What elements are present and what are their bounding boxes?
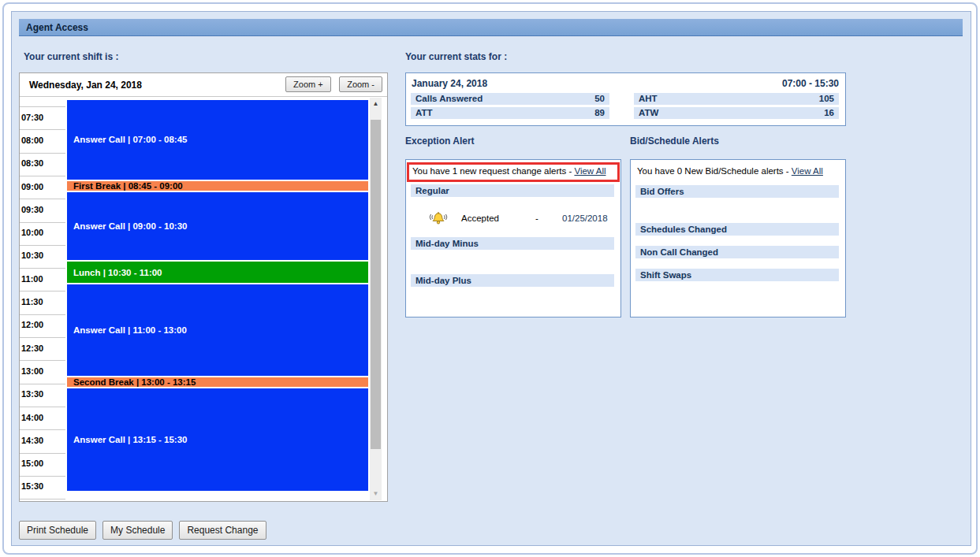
exception-alert-message: You have 1 new request change alerts - V… (407, 162, 620, 182)
time-label: 11:00 (21, 274, 64, 284)
stat-row: AHT105 (634, 93, 839, 105)
schedule-block-answer-call[interactable]: Answer Call | 07:00 - 08:45 (67, 100, 368, 180)
exception-section-regular: Regular (411, 184, 614, 197)
stats-rows: Calls Answered50ATT89AHT105ATW16 (406, 93, 845, 121)
time-label: 10:00 (21, 228, 64, 237)
zoom-out-button[interactable]: Zoom - (339, 76, 382, 92)
time-label: 15:00 (21, 459, 64, 468)
schedule-block-lunch[interactable]: Lunch | 10:30 - 11:00 (67, 262, 368, 283)
stats-column: AHT105ATW16 (634, 93, 839, 121)
time-gridline (20, 291, 65, 291)
schedule-grid: 07:3008:0008:3009:0009:3010:0010:3011:00… (20, 97, 387, 501)
bid-alert-text: You have 0 New Bid/Schedule alerts - (637, 166, 792, 176)
schedule-block-answer-call[interactable]: Answer Call | 09:00 - 10:30 (67, 192, 368, 260)
bid-section-schedules-changed: Schedules Changed (635, 223, 839, 236)
time-label: 09:00 (21, 182, 64, 191)
time-gridline (20, 429, 65, 430)
stat-value: 16 (824, 107, 834, 119)
exception-view-all-link[interactable]: View All (574, 166, 606, 176)
my-schedule-button[interactable]: My Schedule (102, 521, 173, 540)
time-label: 14:30 (21, 436, 64, 445)
zoom-in-button[interactable]: Zoom + (285, 76, 331, 92)
time-label: 12:00 (21, 320, 64, 329)
time-gridline (20, 314, 65, 315)
time-gridline (20, 129, 65, 130)
exception-alert-card: You have 1 new request change alerts - V… (405, 159, 621, 317)
footer-buttons: Print ScheduleMy ScheduleRequest Change (19, 521, 273, 540)
window-frame: Agent Access Your current shift is : Wed… (2, 2, 978, 555)
schedule-block-first-break[interactable]: First Break | 08:45 - 09:00 (67, 181, 368, 191)
time-label: 14:00 (21, 413, 64, 422)
schedule-header: Wednesday, Jan 24, 2018 Zoom + Zoom - (20, 73, 387, 97)
time-gridline (20, 453, 65, 454)
time-gridline (20, 106, 65, 107)
time-label: 08:30 (21, 158, 64, 168)
request-change-button[interactable]: Request Change (179, 521, 266, 540)
schedule-scrollbar[interactable]: ▲ ▼ (370, 98, 382, 500)
stat-value: 50 (594, 93, 605, 105)
time-gridline (20, 268, 65, 269)
alert-item-status: Accepted (461, 214, 529, 223)
exception-alert-item[interactable]: Accepted-01/25/2018 (406, 209, 620, 228)
stat-label: AHT (639, 93, 658, 105)
schedule-block-second-break[interactable]: Second Break | 13:00 - 13:15 (67, 377, 368, 388)
stats-column: Calls Answered50ATT89 (411, 93, 609, 121)
scroll-down-icon[interactable]: ▼ (370, 488, 382, 500)
time-gridline (20, 499, 65, 499)
stat-label: Calls Answered (415, 93, 483, 105)
time-gridline (20, 153, 65, 154)
bid-alerts-card: You have 0 New Bid/Schedule alerts - Vie… (630, 159, 846, 317)
scroll-up-icon[interactable]: ▲ (370, 98, 382, 110)
time-label: 08:00 (21, 136, 64, 145)
scrollbar-thumb[interactable] (371, 120, 381, 449)
schedule-date: Wednesday, Jan 24, 2018 (29, 73, 142, 97)
stats-heading: Your current stats for : (405, 51, 507, 62)
exception-section-mid-day-plus: Mid-day Plus (411, 274, 614, 287)
exception-alert-text: You have 1 new request change alerts - (412, 166, 574, 176)
stats-date-row: January 24, 2018 07:00 - 15:30 (406, 73, 845, 93)
stat-value: 105 (819, 93, 834, 105)
time-gridline (20, 476, 65, 477)
exception-alert-heading: Exception Alert (405, 136, 475, 147)
time-label: 11:30 (21, 297, 64, 306)
stats-card: January 24, 2018 07:00 - 15:30 Calls Ans… (405, 72, 846, 126)
page-title-bar: Agent Access (19, 19, 963, 36)
stat-row: ATT89 (411, 107, 609, 119)
bid-alerts-heading: Bid/Schedule Alerts (630, 136, 719, 147)
time-label: 10:30 (21, 251, 64, 260)
stat-row: Calls Answered50 (411, 93, 609, 105)
stat-row: ATW16 (634, 107, 839, 119)
alert-item-separator: - (529, 214, 545, 223)
bid-alert-message: You have 0 New Bid/Schedule alerts - Vie… (637, 166, 842, 176)
shift-heading: Your current shift is : (24, 51, 118, 62)
stat-label: ATT (415, 107, 433, 119)
time-gridline (20, 176, 65, 176)
bid-view-all-link[interactable]: View All (792, 166, 823, 176)
print-schedule-button[interactable]: Print Schedule (19, 521, 96, 540)
time-label: 13:00 (21, 366, 64, 376)
bell-icon (427, 211, 450, 225)
time-gridline (20, 199, 65, 199)
schedule-block-answer-call[interactable]: Answer Call | 11:00 - 13:00 (67, 284, 368, 375)
time-gridline (20, 360, 65, 361)
time-label: 09:30 (21, 205, 64, 214)
bid-section-non-call-changed: Non Call Changed (635, 246, 839, 258)
schedule-block-answer-call[interactable]: Answer Call | 13:15 - 15:30 (67, 388, 368, 491)
bid-section-shift-swaps: Shift Swaps (635, 269, 839, 281)
time-label: 13:30 (21, 389, 64, 399)
time-label: 12:30 (21, 343, 64, 353)
agent-access-panel: Agent Access Your current shift is : Wed… (11, 11, 971, 546)
time-gridline (20, 337, 65, 338)
stat-label: ATW (639, 107, 658, 119)
time-gridline (20, 384, 65, 384)
alert-item-date: 01/25/2018 (562, 214, 608, 223)
zoom-buttons: Zoom + Zoom - (281, 76, 382, 92)
page-title: Agent Access (26, 22, 88, 33)
bid-section-bid-offers: Bid Offers (635, 185, 839, 198)
stat-value: 89 (594, 107, 605, 119)
exception-section-mid-day-minus: Mid-day Minus (411, 237, 614, 250)
time-label: 15:30 (21, 481, 64, 491)
time-gridline (20, 222, 65, 223)
schedule-card: Wednesday, Jan 24, 2018 Zoom + Zoom - 07… (19, 72, 388, 502)
stats-time-range: 07:00 - 15:30 (782, 78, 839, 89)
